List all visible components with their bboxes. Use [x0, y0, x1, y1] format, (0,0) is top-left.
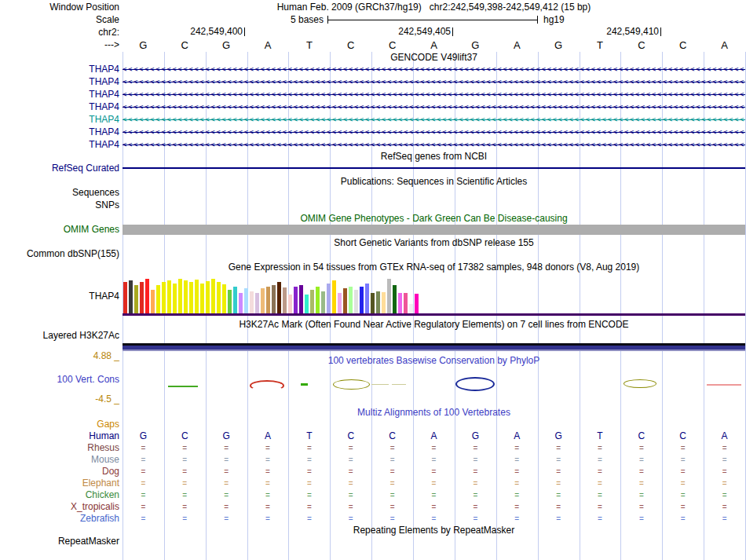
gene-label[interactable]: THAP4	[0, 88, 119, 101]
gtex-bar[interactable]	[233, 287, 237, 313]
gtex-bar[interactable]	[288, 295, 292, 313]
species-label[interactable]: Zebrafish	[0, 513, 119, 525]
gtex-bar[interactable]	[211, 279, 215, 313]
species-label[interactable]: Gaps	[0, 419, 119, 430]
gtex-bar[interactable]	[145, 279, 149, 313]
alignment-match: =	[580, 513, 621, 525]
gtex-bar[interactable]	[299, 285, 303, 313]
gtex-bar[interactable]	[365, 284, 369, 313]
h3k27ac-label[interactable]: Layered H3K27Ac	[0, 330, 119, 341]
gtex-bar[interactable]	[360, 287, 364, 313]
alignment-match: =	[413, 454, 455, 466]
conservation-label[interactable]: 100 Vert. Cons	[0, 374, 119, 385]
h3k27ac-signal-band[interactable]	[123, 343, 745, 351]
gtex-bar[interactable]	[398, 293, 402, 313]
gtex-bar[interactable]	[387, 279, 391, 313]
gene-model-row[interactable]: <<<<<<<<<<<<<<<<<<<<<<<<<<<<<<<<<<<<<<<<…	[123, 88, 745, 101]
species-label[interactable]: Mouse	[0, 454, 119, 466]
alignment-match: =	[288, 454, 330, 466]
gtex-bar[interactable]	[321, 291, 325, 313]
gtex-bar[interactable]	[173, 284, 177, 313]
gtex-bar[interactable]	[200, 284, 204, 313]
gtex-bar[interactable]	[327, 284, 331, 313]
gtex-bar[interactable]	[332, 280, 336, 313]
omim-gene-bar[interactable]	[123, 225, 745, 235]
gtex-bar[interactable]	[272, 285, 276, 313]
species-label[interactable]: Dog	[0, 466, 119, 478]
species-label[interactable]: Elephant	[0, 478, 119, 489]
sequences-label[interactable]: Sequences	[0, 187, 119, 198]
snps-label[interactable]: SNPs	[0, 199, 119, 210]
gtex-bars[interactable]	[123, 276, 422, 313]
alignment-match: =	[704, 478, 745, 489]
gtex-bar[interactable]	[184, 280, 188, 313]
gtex-bar[interactable]	[305, 295, 309, 313]
base-letter: C	[330, 39, 371, 51]
gtex-bar[interactable]	[151, 290, 155, 313]
gtex-bar[interactable]	[250, 291, 254, 313]
gene-model-row[interactable]: <<<<<<<<<<<<<<<<<<<<<<<<<<<<<<<<<<<<<<<<…	[123, 75, 745, 88]
gtex-bar[interactable]	[217, 282, 221, 313]
gtex-bar[interactable]	[261, 288, 265, 313]
gtex-bar[interactable]	[393, 285, 397, 313]
gene-label[interactable]: THAP4	[0, 101, 119, 113]
species-label[interactable]: Human	[0, 430, 119, 442]
gtex-bar[interactable]	[167, 280, 171, 313]
gtex-bar[interactable]	[134, 285, 138, 313]
gtex-bar[interactable]	[189, 282, 193, 313]
gtex-bar[interactable]	[222, 284, 226, 313]
gtex-bar[interactable]	[310, 290, 314, 313]
refseq-curated-label[interactable]: RefSeq Curated	[0, 163, 119, 174]
gene-label[interactable]: THAP4	[0, 138, 119, 151]
species-label[interactable]: Chicken	[0, 489, 119, 501]
gtex-bar[interactable]	[371, 293, 375, 313]
gtex-bar[interactable]	[129, 280, 133, 313]
gtex-bar[interactable]	[255, 293, 259, 313]
gene-model-row[interactable]: <<<<<<<<<<<<<<<<<<<<<<<<<<<<<<<<<<<<<<<<…	[123, 63, 745, 75]
gtex-bar[interactable]	[382, 292, 386, 313]
gtex-bar[interactable]	[156, 285, 160, 313]
gtex-gene-label[interactable]: THAP4	[0, 291, 119, 302]
gtex-bar[interactable]	[376, 291, 380, 313]
gtex-bar[interactable]	[404, 293, 408, 313]
gtex-bar[interactable]	[162, 282, 166, 313]
gtex-bar[interactable]	[343, 288, 347, 313]
gtex-bar[interactable]	[140, 282, 144, 313]
species-label[interactable]: X_tropicalis	[0, 501, 119, 513]
gene-model-row[interactable]: <<<<<<<<<<<<<<<<<<<<<<<<<<<<<<<<<<<<<<<<…	[123, 113, 745, 126]
conservation-title: 100 vertebrates Basewise Conservation by…	[123, 355, 745, 366]
dbsnp-label[interactable]: Common dbSNP(155)	[0, 248, 119, 259]
gtex-bar[interactable]	[316, 287, 320, 313]
ruler-tick	[244, 27, 245, 36]
gene-model-row[interactable]: <<<<<<<<<<<<<<<<<<<<<<<<<<<<<<<<<<<<<<<<…	[123, 138, 745, 151]
repeatmasker-label[interactable]: RepeatMasker	[0, 536, 119, 547]
gtex-bar[interactable]	[266, 287, 270, 313]
gtex-bar[interactable]	[354, 290, 358, 313]
gtex-bar[interactable]	[294, 287, 298, 313]
gtex-bar[interactable]	[415, 294, 419, 313]
gene-label[interactable]: THAP4	[0, 63, 119, 75]
species-label[interactable]: Rhesus	[0, 442, 119, 454]
gtex-bar[interactable]	[244, 288, 248, 313]
gene-label[interactable]: THAP4	[0, 113, 119, 126]
refseq-gene-line[interactable]	[123, 167, 745, 169]
alignment-match: =	[496, 489, 538, 501]
gtex-bar[interactable]	[206, 281, 210, 313]
gtex-bar[interactable]	[178, 279, 182, 313]
alignment-match: =	[620, 513, 662, 525]
omim-genes-label[interactable]: OMIM Genes	[0, 224, 119, 235]
gtex-bar[interactable]	[283, 287, 287, 313]
gtex-bar[interactable]	[195, 280, 199, 313]
genome-browser[interactable]: Window Position Human Feb. 2009 (GRCh37/…	[0, 0, 746, 560]
gtex-bar[interactable]	[338, 293, 342, 313]
gtex-bar[interactable]	[228, 290, 232, 313]
gtex-bar[interactable]	[349, 287, 353, 313]
gene-model-row[interactable]: <<<<<<<<<<<<<<<<<<<<<<<<<<<<<<<<<<<<<<<<…	[123, 126, 745, 138]
gtex-bar[interactable]	[409, 304, 413, 313]
gene-model-row[interactable]: <<<<<<<<<<<<<<<<<<<<<<<<<<<<<<<<<<<<<<<<…	[123, 101, 745, 113]
gene-label[interactable]: THAP4	[0, 75, 119, 88]
gtex-bar[interactable]	[277, 282, 281, 313]
gene-label[interactable]: THAP4	[0, 126, 119, 138]
gtex-bar[interactable]	[239, 293, 243, 313]
gtex-bar[interactable]	[123, 282, 127, 313]
